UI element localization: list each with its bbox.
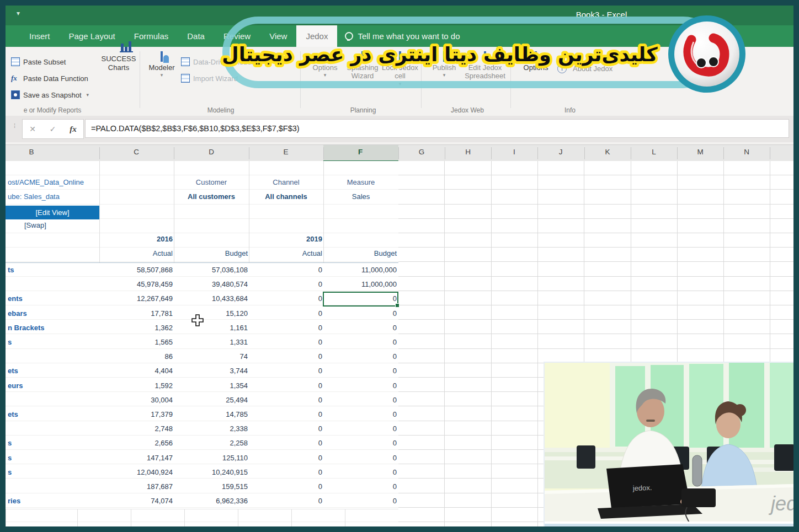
tab-insert[interactable]: Insert <box>20 25 60 47</box>
edit-jedox-spreadsheet-button[interactable]: Edit Jedox Spreadsheet <box>462 52 508 80</box>
row-label[interactable]: eurs <box>8 381 23 390</box>
row-label[interactable]: ebars <box>8 309 27 318</box>
cell-value[interactable]: 0 <box>256 280 322 288</box>
cell-value[interactable]: 0 <box>331 410 397 418</box>
dimension-value-channels[interactable]: All channels <box>249 192 323 201</box>
quick-access-menu-icon[interactable]: ▾ <box>17 9 20 17</box>
success-charts-button[interactable]: SUCCESS Charts <box>100 52 137 72</box>
swap-button[interactable]: [Swap] <box>24 221 46 229</box>
cell-value[interactable]: 0 <box>331 497 397 505</box>
dimension-value-sales[interactable]: Sales <box>323 192 398 201</box>
cell-value[interactable]: 0 <box>331 439 397 447</box>
splashing-wizard-button[interactable]: Splashing Wizard <box>344 52 381 80</box>
column-header-L[interactable]: L <box>637 148 670 156</box>
row-label[interactable]: ets <box>8 410 18 418</box>
column-header-B[interactable]: B <box>15 148 48 156</box>
row-label[interactable]: s <box>8 454 12 462</box>
column-header-J[interactable]: J <box>544 148 577 156</box>
cell-value[interactable]: 1,592 <box>106 381 173 390</box>
row-label[interactable]: ets <box>8 367 18 375</box>
cell-value[interactable]: 74,074 <box>106 497 173 505</box>
cell-value[interactable]: 0 <box>331 424 397 433</box>
cell-value[interactable]: 1,331 <box>182 338 248 346</box>
hdr-budget-2019[interactable]: Budget <box>325 249 397 257</box>
modeler-button[interactable]: Modeler <box>143 52 180 78</box>
row-label[interactable]: ries <box>8 497 20 505</box>
hdr-budget-2016[interactable]: Budget <box>176 249 248 257</box>
formula-bar-drag-handle[interactable]: ⁞ <box>14 122 16 129</box>
cell-value[interactable]: 39,480,574 <box>182 280 248 288</box>
cell-value[interactable]: 0 <box>256 439 322 447</box>
insert-function-icon[interactable]: fx <box>70 125 77 134</box>
column-header-C[interactable]: C <box>120 148 153 156</box>
dimension-measure[interactable]: Measure <box>323 178 398 186</box>
cell-value[interactable]: 86 <box>106 352 173 361</box>
cell-value[interactable]: 0 <box>331 338 397 346</box>
column-header-N[interactable]: N <box>730 148 763 156</box>
row-label[interactable]: ts <box>8 266 14 274</box>
cell-value[interactable]: 0 <box>256 468 322 476</box>
cell-value[interactable]: 187,687 <box>106 482 173 491</box>
tab-jedox[interactable]: Jedox <box>296 25 337 47</box>
cell-value[interactable]: 0 <box>331 381 397 390</box>
cell-value[interactable]: 0 <box>256 424 322 433</box>
cell-value[interactable]: 12,040,924 <box>106 468 173 476</box>
row-label[interactable]: n Brackets <box>8 324 44 332</box>
cell-value[interactable]: 74 <box>182 352 248 361</box>
cell-value[interactable]: 0 <box>256 338 322 346</box>
cell-value[interactable]: 0 <box>256 266 322 274</box>
cube-cell[interactable]: ube: Sales_data <box>8 192 60 201</box>
cell-value[interactable]: 30,004 <box>106 396 173 404</box>
cell-value[interactable]: 0 <box>331 396 397 404</box>
cell-value[interactable]: 0 <box>331 454 397 462</box>
column-header-M[interactable]: M <box>684 148 717 156</box>
column-header-K[interactable]: K <box>591 148 624 156</box>
paste-data-function-button[interactable]: fx Paste Data Function <box>11 72 88 84</box>
about-jedox-button[interactable]: i About Jedox <box>557 62 612 74</box>
cell-value[interactable]: 1,161 <box>182 324 248 332</box>
tellme-box[interactable]: Tell me what you want to do <box>337 25 460 47</box>
options-button[interactable]: Options <box>518 52 554 72</box>
cell-value[interactable]: 1,354 <box>182 381 248 390</box>
cell-value[interactable]: 11,000,000 <box>331 280 397 288</box>
cell-value[interactable]: 12,267,649 <box>106 294 173 303</box>
tab-review[interactable]: Review <box>214 25 260 47</box>
cell-value[interactable]: 2,258 <box>182 439 248 447</box>
cell-value[interactable]: 0 <box>256 324 322 332</box>
import-wizard-button[interactable]: Import Wizard <box>181 72 238 84</box>
cell-value[interactable]: 0 <box>256 410 322 418</box>
cell-value[interactable]: 10,240,915 <box>182 468 248 476</box>
cell-value[interactable]: 2,656 <box>106 439 173 447</box>
cell-value[interactable]: 147,147 <box>106 454 173 462</box>
cell-value[interactable]: 1,565 <box>106 338 173 346</box>
hdr-actual-2016[interactable]: Actual <box>101 249 173 257</box>
cell-value[interactable]: 14,785 <box>182 410 248 418</box>
cell-value[interactable]: 0 <box>331 352 397 361</box>
column-header-H[interactable]: H <box>451 148 484 156</box>
tab-data[interactable]: Data <box>178 25 214 47</box>
year-2019[interactable]: 2019 <box>251 235 322 243</box>
cell-value[interactable]: 0 <box>256 294 322 303</box>
cell-value[interactable]: 0 <box>256 381 322 390</box>
cell-value[interactable]: 17,379 <box>106 410 173 418</box>
cell-value[interactable]: 15,120 <box>182 309 248 318</box>
publish-button[interactable]: Publish <box>426 52 462 78</box>
cell-value[interactable]: 0 <box>256 497 322 505</box>
column-header-E[interactable]: E <box>269 148 302 156</box>
row-label[interactable]: s <box>8 338 12 346</box>
cell-value[interactable]: 45,978,459 <box>106 280 173 288</box>
cell-value[interactable]: 0 <box>331 482 397 491</box>
db-host-cell[interactable]: ost/ACME_Data_Online <box>8 178 84 186</box>
row-label[interactable]: s <box>8 468 12 476</box>
cell-value[interactable]: 2,748 <box>106 424 173 433</box>
lock-jedox-cell-button[interactable]: Lock Jedox cell <box>382 52 418 87</box>
cell-value[interactable]: 0 <box>256 396 322 404</box>
cell-value[interactable]: 58,507,868 <box>106 266 173 274</box>
selected-cell[interactable] <box>323 292 398 307</box>
data-driven-modeling-button[interactable]: Data-Driven Modeling <box>181 56 263 68</box>
cell-value[interactable]: 4,404 <box>106 367 173 375</box>
cancel-icon[interactable]: ✕ <box>29 125 36 133</box>
column-header-F[interactable]: F <box>344 148 377 156</box>
cell-value[interactable]: 3,744 <box>182 367 248 375</box>
cell-value[interactable]: 0 <box>256 482 322 491</box>
